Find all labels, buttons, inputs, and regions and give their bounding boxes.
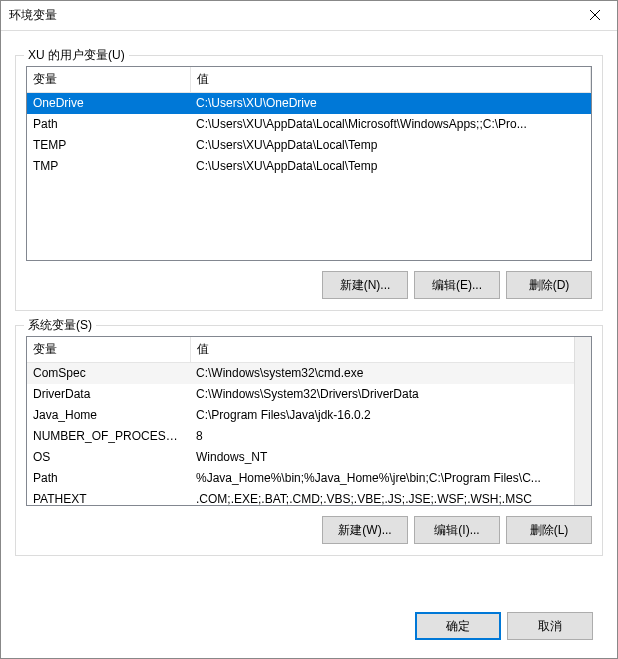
system-button-row: 新建(W)... 编辑(I)... 删除(L) xyxy=(26,516,592,544)
system-new-button[interactable]: 新建(W)... xyxy=(322,516,408,544)
col-header-value[interactable]: 值 xyxy=(190,337,591,363)
system-group-legend: 系统变量(S) xyxy=(24,317,96,334)
cell-value: C:\Windows\system32\cmd.exe xyxy=(190,363,591,384)
scrollbar[interactable] xyxy=(574,337,591,505)
system-variables-group: 系统变量(S) 变量 值 ComSpecC:\Windows\system32\… xyxy=(15,325,603,556)
user-button-row: 新建(N)... 编辑(E)... 删除(D) xyxy=(26,271,592,299)
cell-variable: TMP xyxy=(27,156,190,177)
cell-value: C:\Users\XU\AppData\Local\Microsoft\Wind… xyxy=(190,114,591,135)
user-delete-button[interactable]: 删除(D) xyxy=(506,271,592,299)
close-icon xyxy=(590,9,600,23)
cell-variable: ComSpec xyxy=(27,363,190,384)
cell-variable: DriverData xyxy=(27,384,190,405)
user-group-legend: XU 的用户变量(U) xyxy=(24,47,129,64)
table-row[interactable]: PathC:\Users\XU\AppData\Local\Microsoft\… xyxy=(27,114,591,135)
dialog-footer: 确定 取消 xyxy=(1,596,617,658)
table-row[interactable]: OSWindows_NT xyxy=(27,447,591,468)
user-new-button[interactable]: 新建(N)... xyxy=(322,271,408,299)
table-header-row: 变量 值 xyxy=(27,67,591,93)
user-edit-button[interactable]: 编辑(E)... xyxy=(414,271,500,299)
cell-variable: PATHEXT xyxy=(27,489,190,507)
col-header-variable[interactable]: 变量 xyxy=(27,67,190,93)
user-variables-table[interactable]: 变量 值 OneDriveC:\Users\XU\OneDrivePathC:\… xyxy=(27,67,591,177)
cell-value: C:\Program Files\Java\jdk-16.0.2 xyxy=(190,405,591,426)
table-row[interactable]: DriverDataC:\Windows\System32\Drivers\Dr… xyxy=(27,384,591,405)
table-row[interactable]: PATHEXT.COM;.EXE;.BAT;.CMD;.VBS;.VBE;.JS… xyxy=(27,489,591,507)
cell-value: C:\Users\XU\AppData\Local\Temp xyxy=(190,135,591,156)
user-table-container: 变量 值 OneDriveC:\Users\XU\OneDrivePathC:\… xyxy=(26,66,592,261)
col-header-value[interactable]: 值 xyxy=(190,67,591,93)
col-header-variable[interactable]: 变量 xyxy=(27,337,190,363)
cell-variable: OneDrive xyxy=(27,93,190,114)
cancel-button[interactable]: 取消 xyxy=(507,612,593,640)
cell-variable: NUMBER_OF_PROCESSORS xyxy=(27,426,190,447)
cell-value: C:\Windows\System32\Drivers\DriverData xyxy=(190,384,591,405)
table-row[interactable]: Java_HomeC:\Program Files\Java\jdk-16.0.… xyxy=(27,405,591,426)
cell-value: C:\Users\XU\OneDrive xyxy=(190,93,591,114)
table-row[interactable]: TEMPC:\Users\XU\AppData\Local\Temp xyxy=(27,135,591,156)
ok-button[interactable]: 确定 xyxy=(415,612,501,640)
cell-value: %Java_Home%\bin;%Java_Home%\jre\bin;C:\P… xyxy=(190,468,591,489)
close-button[interactable] xyxy=(572,1,617,30)
cell-value: .COM;.EXE;.BAT;.CMD;.VBS;.VBE;.JS;.JSE;.… xyxy=(190,489,591,507)
system-table-container: 变量 值 ComSpecC:\Windows\system32\cmd.exeD… xyxy=(26,336,592,506)
titlebar: 环境变量 xyxy=(1,1,617,31)
table-row[interactable]: OneDriveC:\Users\XU\OneDrive xyxy=(27,93,591,114)
cell-value: 8 xyxy=(190,426,591,447)
system-delete-button[interactable]: 删除(L) xyxy=(506,516,592,544)
system-edit-button[interactable]: 编辑(I)... xyxy=(414,516,500,544)
window-title: 环境变量 xyxy=(1,7,572,24)
cell-value: C:\Users\XU\AppData\Local\Temp xyxy=(190,156,591,177)
system-variables-table[interactable]: 变量 值 ComSpecC:\Windows\system32\cmd.exeD… xyxy=(27,337,591,506)
cell-variable: Path xyxy=(27,468,190,489)
table-row[interactable]: NUMBER_OF_PROCESSORS8 xyxy=(27,426,591,447)
table-row[interactable]: ComSpecC:\Windows\system32\cmd.exe xyxy=(27,363,591,384)
cell-value: Windows_NT xyxy=(190,447,591,468)
table-row[interactable]: TMPC:\Users\XU\AppData\Local\Temp xyxy=(27,156,591,177)
cell-variable: TEMP xyxy=(27,135,190,156)
cell-variable: Path xyxy=(27,114,190,135)
content: XU 的用户变量(U) 变量 值 OneDriveC:\Users\XU\One… xyxy=(1,31,617,596)
table-header-row: 变量 值 xyxy=(27,337,591,363)
table-row[interactable]: Path%Java_Home%\bin;%Java_Home%\jre\bin;… xyxy=(27,468,591,489)
user-variables-group: XU 的用户变量(U) 变量 值 OneDriveC:\Users\XU\One… xyxy=(15,55,603,311)
cell-variable: OS xyxy=(27,447,190,468)
cell-variable: Java_Home xyxy=(27,405,190,426)
